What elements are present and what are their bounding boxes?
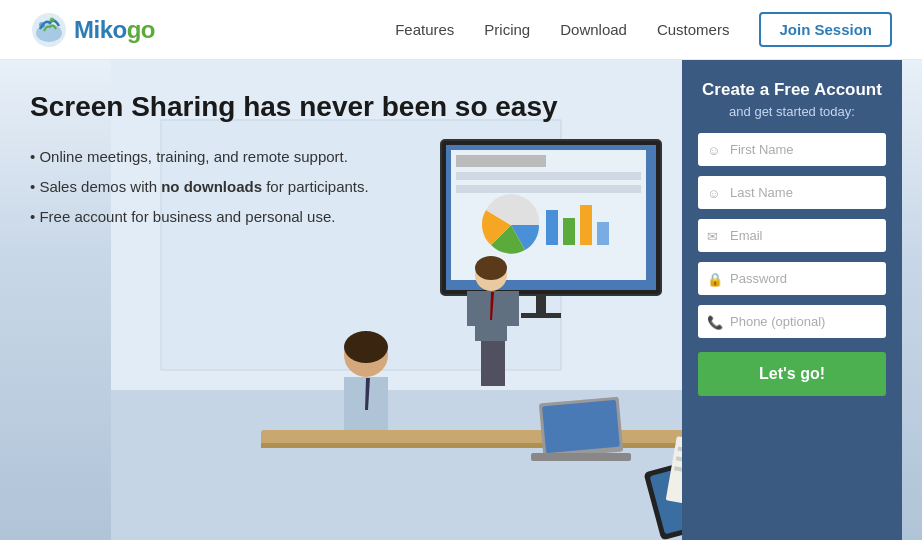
bullet-3: Free account for business and personal u… [30,202,558,232]
nav-customers[interactable]: Customers [657,21,730,38]
phone-icon: 📞 [707,314,723,329]
svg-point-31 [344,331,388,363]
password-input[interactable] [698,262,886,295]
svg-point-3 [50,17,55,22]
email-input[interactable] [698,219,886,252]
svg-rect-16 [563,218,575,245]
main-nav: Features Pricing Download Customers Join… [395,12,892,47]
submit-button[interactable]: Let's go! [698,352,886,396]
svg-rect-25 [481,341,493,386]
form-title: Create a Free Account [698,80,886,100]
nav-download[interactable]: Download [560,21,627,38]
last-name-field: ☺ [698,176,886,209]
svg-rect-26 [493,341,505,386]
hero-title: Screen Sharing has never been so easy [30,90,558,124]
nav-features[interactable]: Features [395,21,454,38]
lock-icon: 🔒 [707,271,723,286]
last-name-input[interactable] [698,176,886,209]
join-session-button[interactable]: Join Session [759,12,892,47]
first-name-field: ☺ [698,133,886,166]
svg-rect-17 [580,205,592,245]
bullet-2: Sales demos with no downloads for partic… [30,172,558,202]
svg-rect-42 [531,453,631,461]
svg-point-28 [475,256,507,280]
logo-text: Mikogo [74,16,155,44]
hero-text-area: Screen Sharing has never been so easy On… [30,90,558,232]
bullet-1: Online meetings, training, and remote su… [30,142,558,172]
email-field: ✉ [698,219,886,252]
svg-rect-19 [536,295,546,315]
password-field: 🔒 [698,262,886,295]
form-subtitle: and get started today: [698,104,886,119]
svg-rect-18 [597,222,609,245]
logo[interactable]: Mikogo [30,11,155,49]
signup-form-panel: Create a Free Account and get started to… [682,60,902,540]
svg-rect-23 [467,291,479,326]
svg-rect-24 [507,291,519,326]
svg-rect-20 [521,313,561,318]
nav-pricing[interactable]: Pricing [484,21,530,38]
email-icon: ✉ [707,228,718,243]
logo-icon [30,11,68,49]
person-icon: ☺ [707,142,720,157]
svg-rect-41 [542,400,620,453]
phone-input[interactable] [698,305,886,338]
phone-field: 📞 [698,305,886,338]
main-content: Screen Sharing has never been so easy On… [0,60,922,540]
header: Mikogo Features Pricing Download Custome… [0,0,922,60]
person-icon-2: ☺ [707,185,720,200]
first-name-input[interactable] [698,133,886,166]
hero-bullets: Online meetings, training, and remote su… [30,142,558,232]
svg-point-2 [39,22,45,28]
